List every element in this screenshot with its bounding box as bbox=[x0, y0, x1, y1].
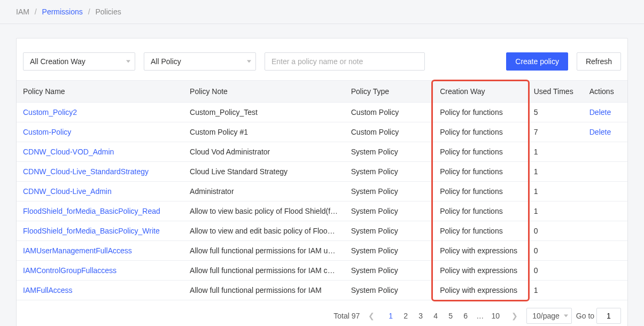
refresh-label: Refresh bbox=[586, 57, 612, 66]
create-policy-label: Create policy bbox=[515, 57, 559, 66]
breadcrumb-sep: / bbox=[35, 7, 37, 16]
search-placeholder: Enter a policy name or note bbox=[271, 57, 363, 66]
policy-creation-way: Policy for functions bbox=[433, 201, 527, 221]
search-input[interactable]: Enter a policy name or note bbox=[265, 52, 425, 71]
col-header-actions: Actions bbox=[583, 81, 627, 103]
filter-policy[interactable]: All Policy bbox=[144, 52, 256, 71]
page-size-select[interactable]: 10/page bbox=[526, 308, 572, 324]
policy-note: Cloud Vod Administrator bbox=[183, 142, 345, 162]
policy-name-link[interactable]: IAMControlGroupFullaccess bbox=[23, 266, 117, 275]
page-number[interactable]: 10 bbox=[488, 308, 503, 323]
policy-creation-way: Policy for functions bbox=[433, 142, 527, 162]
create-policy-button[interactable]: Create policy bbox=[506, 52, 568, 71]
policy-creation-way: Policy for functions bbox=[433, 221, 527, 241]
policy-name-link[interactable]: FloodShield_forMedia_BasicPolicy_Read bbox=[23, 207, 160, 215]
policy-used-times: 0 bbox=[527, 241, 583, 261]
toolbar: All Creation Way All Policy Enter a poli… bbox=[17, 52, 627, 80]
policy-used-times: 5 bbox=[527, 103, 583, 122]
table-row: FloodShield_forMedia_BasicPolicy_ReadAll… bbox=[17, 201, 627, 221]
breadcrumb-sep: / bbox=[88, 7, 90, 16]
delete-button[interactable]: Delete bbox=[589, 128, 611, 136]
policy-name-link[interactable]: IAMUserManagementFullAccess bbox=[23, 246, 132, 255]
policy-name-link[interactable]: IAMFullAccess bbox=[23, 286, 73, 294]
page-number[interactable]: 1 bbox=[383, 308, 398, 323]
policy-type: System Policy bbox=[345, 221, 433, 241]
table-header-row: Policy Name Policy Note Policy Type Crea… bbox=[17, 81, 627, 103]
policy-name-link[interactable]: FloodShield_forMedia_BasicPolicy_Write bbox=[23, 227, 160, 235]
policy-note: Allow to view and edit basic policy of F… bbox=[183, 221, 345, 241]
table-row: Custom_Policy2Custom_Policy_TestCustom P… bbox=[17, 103, 627, 122]
delete-button[interactable]: Delete bbox=[589, 108, 611, 117]
policy-note: Allow full functional permissions for IA… bbox=[183, 281, 345, 300]
page-number[interactable]: 2 bbox=[398, 308, 413, 323]
policy-used-times: 7 bbox=[527, 122, 583, 142]
filter-creation-way-value: All Creation Way bbox=[30, 57, 86, 66]
policy-used-times: 0 bbox=[527, 261, 583, 281]
breadcrumb-permissions[interactable]: Permissions bbox=[42, 7, 83, 16]
pagination-goto: Go to bbox=[576, 308, 621, 324]
refresh-button[interactable]: Refresh bbox=[577, 52, 621, 71]
policy-type: System Policy bbox=[345, 241, 433, 261]
col-header-way: Creation Way bbox=[433, 81, 527, 103]
policy-note: Allow full functional permissions for IA… bbox=[183, 241, 345, 261]
pagination: Total 97 ❮ 123456…10 ❯ 10/page Go to bbox=[17, 300, 627, 324]
policy-name-link[interactable]: CDNW_Cloud-VOD_Admin bbox=[23, 148, 114, 156]
page-number[interactable]: 3 bbox=[413, 308, 428, 323]
policy-used-times: 0 bbox=[527, 221, 583, 241]
breadcrumb-root: IAM bbox=[16, 7, 29, 16]
chevron-down-icon bbox=[126, 60, 130, 63]
policy-note: Administrator bbox=[183, 182, 345, 201]
policy-creation-way: Policy for functions bbox=[433, 182, 527, 201]
policy-type: System Policy bbox=[345, 142, 433, 162]
policy-used-times: 1 bbox=[527, 162, 583, 182]
policy-used-times: 1 bbox=[527, 281, 583, 300]
policy-name-link[interactable]: Custom_Policy2 bbox=[23, 108, 77, 117]
page-ellipsis: … bbox=[473, 308, 488, 323]
table-row: IAMControlGroupFullaccessAllow full func… bbox=[17, 261, 627, 281]
goto-label: Go to bbox=[576, 312, 594, 320]
goto-input[interactable] bbox=[596, 308, 621, 324]
filter-creation-way[interactable]: All Creation Way bbox=[23, 52, 135, 71]
policy-note: Custom Policy #1 bbox=[183, 122, 345, 142]
pagination-total: Total 97 bbox=[333, 312, 360, 320]
policy-creation-way: Policy with expressions bbox=[433, 241, 527, 261]
page-next-icon[interactable]: ❯ bbox=[507, 308, 522, 323]
policy-type: Custom Policy bbox=[345, 122, 433, 142]
col-header-type: Policy Type bbox=[345, 81, 433, 103]
policies-card: All Creation Way All Policy Enter a poli… bbox=[16, 38, 628, 326]
table-row: IAMUserManagementFullAccessAllow full fu… bbox=[17, 241, 627, 261]
policy-note: Allow full functional permissions for IA… bbox=[183, 261, 345, 281]
table-row: CDNW_Cloud-VOD_AdminCloud Vod Administra… bbox=[17, 142, 627, 162]
policy-note: Cloud Live Standard Strategy bbox=[183, 162, 345, 182]
breadcrumb-leaf: Policies bbox=[95, 7, 121, 16]
table-row: IAMFullAccessAllow full functional permi… bbox=[17, 281, 627, 300]
table-row: CDNW_Cloud-Live_AdminAdministratorSystem… bbox=[17, 182, 627, 201]
policy-note: Custom_Policy_Test bbox=[183, 103, 345, 122]
policy-creation-way: Policy with expressions bbox=[433, 261, 527, 281]
policy-used-times: 1 bbox=[527, 142, 583, 162]
policy-type: Custom Policy bbox=[345, 103, 433, 122]
policies-table: Policy Name Policy Note Policy Type Crea… bbox=[17, 80, 627, 300]
breadcrumb: IAM / Permissions / Policies bbox=[0, 0, 644, 24]
policy-type: System Policy bbox=[345, 182, 433, 201]
policy-type: System Policy bbox=[345, 281, 433, 300]
table-row: CDNW_Cloud-Live_StandardStrategyCloud Li… bbox=[17, 162, 627, 182]
page-prev-icon[interactable]: ❮ bbox=[364, 308, 379, 323]
page-number[interactable]: 6 bbox=[458, 308, 473, 323]
policy-name-link[interactable]: Custom-Policy bbox=[23, 128, 71, 136]
policy-type: System Policy bbox=[345, 201, 433, 221]
policy-type: System Policy bbox=[345, 261, 433, 281]
policy-used-times: 1 bbox=[527, 182, 583, 201]
policy-name-link[interactable]: CDNW_Cloud-Live_Admin bbox=[23, 187, 112, 196]
chevron-down-icon bbox=[564, 315, 568, 317]
filter-policy-value: All Policy bbox=[151, 57, 181, 66]
policy-creation-way: Policy for functions bbox=[433, 162, 527, 182]
page-number[interactable]: 4 bbox=[428, 308, 443, 323]
page-number[interactable]: 5 bbox=[443, 308, 458, 323]
col-header-name: Policy Name bbox=[17, 81, 183, 103]
policy-note: Allow to view basic policy of Flood Shie… bbox=[183, 201, 345, 221]
policy-creation-way: Policy with expressions bbox=[433, 281, 527, 300]
table-wrap: Policy Name Policy Note Policy Type Crea… bbox=[17, 80, 627, 300]
page-size-value: 10/page bbox=[532, 312, 560, 320]
policy-name-link[interactable]: CDNW_Cloud-Live_StandardStrategy bbox=[23, 167, 149, 176]
